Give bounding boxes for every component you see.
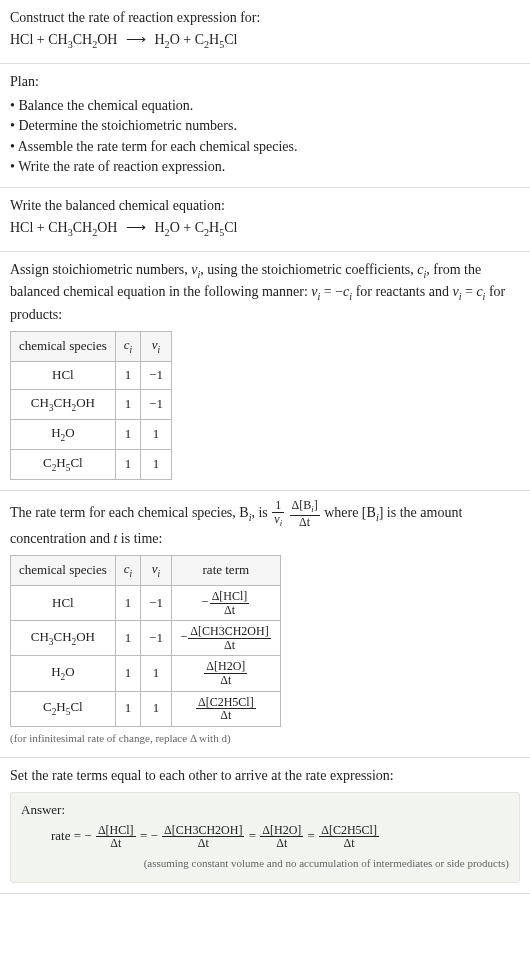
plan-item: Write the rate of reaction expression. (10, 157, 520, 177)
eq-text: H (209, 32, 219, 47)
eq: = (249, 828, 260, 843)
t: CH (53, 395, 71, 410)
cell-ci: 1 (115, 621, 140, 656)
rate-term-text: The rate term for each chemical species,… (10, 499, 520, 548)
den: Δt (196, 709, 256, 722)
answer-equation: rate = − Δ[HCl]Δt = − Δ[CH3CH2OH]Δt = Δ[… (21, 824, 509, 850)
sub-i: i (158, 568, 161, 578)
cell-nui: 1 (141, 656, 172, 691)
num: Δ[H2O] (260, 824, 303, 838)
cell-nui: −1 (141, 362, 172, 390)
sub-i: i (158, 345, 161, 355)
t: CH (53, 629, 71, 644)
neg: − (201, 594, 208, 609)
eq-text: H (154, 220, 164, 235)
th-rate-term: rate term (171, 555, 280, 585)
rate-term-table: chemical species ci νi rate term HCl 1 −… (10, 555, 281, 727)
construct-title: Construct the rate of reaction expressio… (10, 8, 520, 28)
frac: Δ[CH3CH2OH]Δt (188, 625, 270, 651)
eq-text: CH (73, 220, 92, 235)
num: Δ[Bi] (290, 499, 320, 515)
cell-nui: −1 (141, 585, 172, 620)
den: Δt (96, 837, 136, 850)
cell-rate: Δ[H2O]Δt (171, 656, 280, 691)
eq: = (308, 828, 319, 843)
infinitesimal-note: (for infinitesimal rate of change, repla… (10, 731, 520, 747)
section-construct: Construct the rate of reaction expressio… (0, 0, 530, 64)
frac: Δ[C2H5Cl]Δt (319, 824, 379, 850)
eq-text: HCl + CH (10, 32, 68, 47)
section-stoich: Assign stoichiometric numbers, νi, using… (0, 252, 530, 492)
t: , using the stoichiometric coefficients, (200, 262, 417, 277)
t: O (65, 664, 74, 679)
cell-species: H2O (11, 656, 116, 691)
eq-text: O + C (170, 220, 204, 235)
table-header-row: chemical species ci νi rate term (11, 555, 281, 585)
t: H (51, 664, 60, 679)
cell-rate: Δ[C2H5Cl]Δt (171, 691, 280, 726)
cell-species: CH3CH2OH (11, 390, 116, 420)
table-row: H2O 1 1 (11, 420, 172, 450)
table-row: C2H5Cl 1 1 (11, 450, 172, 480)
t: C (43, 455, 52, 470)
th-nui: νi (141, 332, 172, 362)
frac: Δ[HCl]Δt (96, 824, 136, 850)
t: CH (31, 629, 49, 644)
cell-ci: 1 (115, 450, 140, 480)
cell-species: C2H5Cl (11, 450, 116, 480)
plan-item: Balance the chemical equation. (10, 96, 520, 116)
t: where [B (324, 505, 376, 520)
table-header-row: chemical species ci νi (11, 332, 172, 362)
t: H (56, 699, 65, 714)
table-row: C2H5Cl 1 1 Δ[C2H5Cl]Δt (11, 691, 281, 726)
cell-nui: 1 (141, 691, 172, 726)
cell-rate: −Δ[CH3CH2OH]Δt (171, 621, 280, 656)
frac-dBi-dt: Δ[Bi] Δt (290, 499, 320, 528)
plan-title: Plan: (10, 72, 520, 92)
den: Δt (319, 837, 379, 850)
neg: − (180, 629, 187, 644)
t: is time: (117, 531, 162, 546)
t: = (461, 284, 476, 299)
den: Δt (204, 674, 247, 687)
num: Δ[CH3CH2OH] (188, 625, 270, 639)
cell-species: HCl (11, 362, 116, 390)
section-balanced: Write the balanced chemical equation: HC… (0, 188, 530, 252)
cell-nui: −1 (141, 390, 172, 420)
t: Cl (70, 699, 82, 714)
eq-text: H (154, 32, 164, 47)
eq-text: OH (97, 32, 117, 47)
frac: Δ[H2O]Δt (204, 660, 247, 686)
plan-item: Determine the stoichiometric numbers. (10, 116, 520, 136)
num: Δ[HCl] (210, 590, 250, 604)
cell-rate: −Δ[HCl]Δt (171, 585, 280, 620)
th-nui: νi (141, 555, 172, 585)
arrow: ⟶ (126, 32, 146, 47)
t: Δ[B (292, 498, 312, 512)
num: Δ[CH3CH2OH] (162, 824, 244, 838)
t: O (65, 425, 74, 440)
eq-text: OH (97, 220, 117, 235)
rate-eq: rate = − (51, 828, 92, 843)
eq-text: CH (73, 32, 92, 47)
table-row: HCl 1 −1 −Δ[HCl]Δt (11, 585, 281, 620)
sub-i: i (130, 345, 133, 355)
th-species: chemical species (11, 555, 116, 585)
balanced-equation: HCl + CH3CH2OH ⟶ H2O + C2H5Cl (10, 218, 520, 240)
t: Cl (70, 455, 82, 470)
eq-text: O + C (170, 32, 204, 47)
den: Δt (260, 837, 303, 850)
num: Δ[C2H5Cl] (319, 824, 379, 838)
th-ci: ci (115, 332, 140, 362)
t: , is (251, 505, 271, 520)
den: Δt (210, 604, 250, 617)
num: Δ[C2H5Cl] (196, 696, 256, 710)
t: CH (31, 395, 49, 410)
cell-species: H2O (11, 420, 116, 450)
plan-item: Assemble the rate term for each chemical… (10, 137, 520, 157)
table-row: CH3CH2OH 1 −1 (11, 390, 172, 420)
eq-text: Cl (224, 220, 237, 235)
cell-ci: 1 (115, 691, 140, 726)
section-plan: Plan: Balance the chemical equation. Det… (0, 64, 530, 188)
eq-text: Cl (224, 32, 237, 47)
